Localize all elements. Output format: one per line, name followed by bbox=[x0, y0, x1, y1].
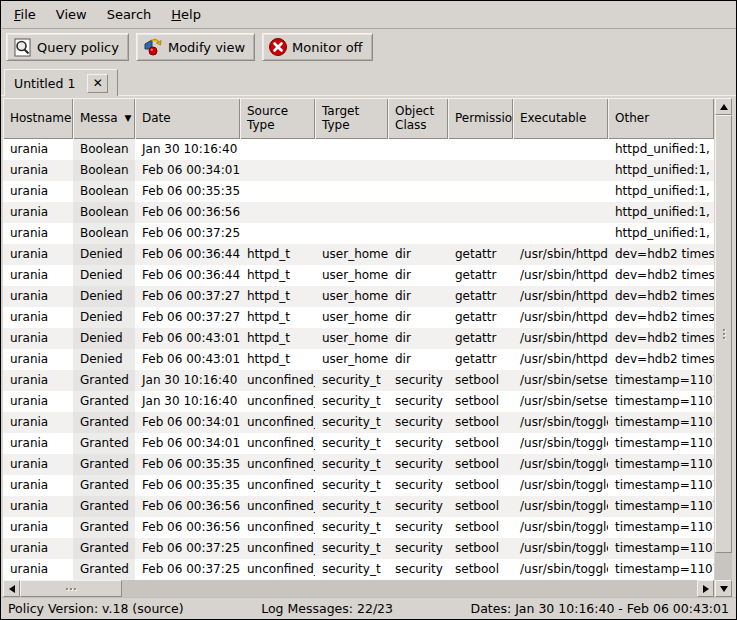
cell-target-type: security_t bbox=[315, 517, 388, 538]
cell-object-class: dir bbox=[388, 265, 448, 286]
toolbar: Query policy Modify view Mo bbox=[1, 29, 736, 65]
cell-message: Boolean bbox=[73, 181, 135, 202]
arrow-up-icon bbox=[720, 104, 728, 110]
table-row[interactable]: urania Granted Jan 30 10:16:40 unconfine… bbox=[3, 391, 714, 412]
horizontal-scrollbar-thumb[interactable] bbox=[20, 580, 122, 597]
tab-close-button[interactable]: ✕ bbox=[87, 74, 108, 93]
cell-message: Boolean bbox=[73, 160, 135, 181]
vertical-scrollbar-trough[interactable] bbox=[715, 553, 732, 580]
vertical-scrollbar-thumb[interactable] bbox=[715, 115, 732, 553]
cell-target-type: security_t bbox=[315, 496, 388, 517]
cell-message: Granted bbox=[73, 517, 135, 538]
cell-executable bbox=[513, 139, 608, 160]
table-row[interactable]: urania Denied Feb 06 00:36:44 httpd_t us… bbox=[3, 244, 714, 265]
cell-other: timestamp=11076 bbox=[608, 517, 714, 538]
cell-date: Feb 06 00:35:35 bbox=[135, 475, 240, 496]
cell-executable: /usr/sbin/toggle bbox=[513, 475, 608, 496]
modify-view-button[interactable]: Modify view bbox=[136, 33, 255, 61]
cell-target-type: user_home_ bbox=[315, 286, 388, 307]
cell-other: httpd_unified:1, h bbox=[608, 181, 714, 202]
table-row[interactable]: urania Denied Feb 06 00:37:27 httpd_t us… bbox=[3, 286, 714, 307]
table-row[interactable]: urania Granted Feb 06 00:36:56 unconfine… bbox=[3, 496, 714, 517]
menu-file[interactable]: File bbox=[4, 2, 46, 27]
cell-source-type bbox=[240, 181, 315, 202]
column-header-executable[interactable]: Executable bbox=[513, 98, 608, 139]
table-row[interactable]: urania Granted Feb 06 00:35:35 unconfine… bbox=[3, 454, 714, 475]
cell-message: Granted bbox=[73, 496, 135, 517]
cell-target-type: security_t bbox=[315, 370, 388, 391]
cell-executable bbox=[513, 181, 608, 202]
scroll-right-button[interactable] bbox=[697, 580, 714, 597]
horizontal-scrollbar-trough[interactable] bbox=[122, 580, 697, 597]
cell-hostname: urania bbox=[3, 223, 73, 244]
column-header-permission[interactable]: Permission bbox=[448, 98, 513, 139]
cell-target-type: security_t bbox=[315, 559, 388, 580]
table-row[interactable]: urania Denied Feb 06 00:43:01 httpd_t us… bbox=[3, 328, 714, 349]
cell-date: Feb 06 00:35:35 bbox=[135, 454, 240, 475]
cell-permission: setbool bbox=[448, 538, 513, 559]
table-row[interactable]: urania Granted Feb 06 00:35:35 unconfine… bbox=[3, 475, 714, 496]
table-row[interactable]: urania Boolean Feb 06 00:36:56 httpd_uni… bbox=[3, 202, 714, 223]
cell-other: timestamp=11076 bbox=[608, 538, 714, 559]
cell-date: Feb 06 00:36:44 bbox=[135, 244, 240, 265]
table-row[interactable]: urania Boolean Feb 06 00:34:01 httpd_uni… bbox=[3, 160, 714, 181]
table-row[interactable]: urania Boolean Feb 06 00:37:25 httpd_uni… bbox=[3, 223, 714, 244]
column-header-target-type[interactable]: Target Type bbox=[315, 98, 388, 139]
cell-hostname: urania bbox=[3, 139, 73, 160]
column-header-other[interactable]: Other bbox=[608, 98, 714, 139]
cell-other: httpd_unified:1, h bbox=[608, 139, 714, 160]
cell-other: dev=hdb2 timesta bbox=[608, 307, 714, 328]
table-row[interactable]: urania Boolean Jan 30 10:16:40 httpd_uni… bbox=[3, 139, 714, 160]
menu-view[interactable]: View bbox=[46, 2, 97, 27]
table-row[interactable]: urania Denied Feb 06 00:36:44 httpd_t us… bbox=[3, 265, 714, 286]
cell-source-type: httpd_t bbox=[240, 244, 315, 265]
cell-target-type bbox=[315, 223, 388, 244]
scroll-up-button[interactable] bbox=[715, 98, 732, 115]
column-header-hostname[interactable]: Hostname bbox=[3, 98, 73, 139]
table-row[interactable]: urania Granted Feb 06 00:36:56 unconfine… bbox=[3, 517, 714, 538]
table-row[interactable]: urania Granted Feb 06 00:34:01 unconfine… bbox=[3, 433, 714, 454]
column-header-message[interactable]: Messa▼ bbox=[73, 98, 135, 139]
tab-untitled-1[interactable]: Untitled 1 ✕ bbox=[4, 69, 118, 96]
cell-executable: /usr/sbin/httpd bbox=[513, 328, 608, 349]
table-row[interactable]: urania Denied Feb 06 00:37:27 httpd_t us… bbox=[3, 307, 714, 328]
cell-executable: /usr/sbin/toggle bbox=[513, 538, 608, 559]
cell-permission: getattr bbox=[448, 307, 513, 328]
column-header-date[interactable]: Date bbox=[135, 98, 240, 139]
table-row[interactable]: urania Boolean Feb 06 00:35:35 httpd_uni… bbox=[3, 181, 714, 202]
menubar: File View Search Help bbox=[1, 1, 736, 29]
table-header-row: Hostname Messa▼ Date Source Type Target … bbox=[3, 98, 714, 139]
cell-hostname: urania bbox=[3, 328, 73, 349]
cell-permission: getattr bbox=[448, 265, 513, 286]
menu-help[interactable]: Help bbox=[161, 2, 211, 27]
monitor-off-icon bbox=[268, 37, 288, 57]
table-row[interactable]: urania Denied Feb 06 00:43:01 httpd_t us… bbox=[3, 349, 714, 370]
column-header-object-class[interactable]: Object Class bbox=[388, 98, 448, 139]
cell-executable: /usr/sbin/toggle bbox=[513, 496, 608, 517]
cell-hostname: urania bbox=[3, 265, 73, 286]
cell-object-class: dir bbox=[388, 307, 448, 328]
monitor-off-button[interactable]: Monitor off bbox=[262, 33, 372, 61]
column-header-source-type[interactable]: Source Type bbox=[240, 98, 315, 139]
sort-desc-icon: ▼ bbox=[125, 113, 132, 123]
cell-permission bbox=[448, 160, 513, 181]
table-row[interactable]: urania Granted Feb 06 00:37:25 unconfine… bbox=[3, 559, 714, 580]
cell-object-class: security bbox=[388, 433, 448, 454]
query-policy-button[interactable]: Query policy bbox=[6, 33, 129, 61]
cell-message: Boolean bbox=[73, 223, 135, 244]
cell-other: timestamp=11071 bbox=[608, 370, 714, 391]
table-row[interactable]: urania Granted Jan 30 10:16:40 unconfine… bbox=[3, 370, 714, 391]
table-row[interactable]: urania Granted Feb 06 00:37:25 unconfine… bbox=[3, 538, 714, 559]
menu-search[interactable]: Search bbox=[97, 2, 162, 27]
scroll-left-button[interactable] bbox=[3, 580, 20, 597]
log-view: Hostname Messa▼ Date Source Type Target … bbox=[1, 96, 736, 597]
table-row[interactable]: urania Granted Feb 06 00:34:01 unconfine… bbox=[3, 412, 714, 433]
cell-target-type: security_t bbox=[315, 538, 388, 559]
cell-source-type: httpd_t bbox=[240, 328, 315, 349]
cell-message: Denied bbox=[73, 286, 135, 307]
cell-source-type: httpd_t bbox=[240, 265, 315, 286]
cell-message: Granted bbox=[73, 475, 135, 496]
cell-target-type: security_t bbox=[315, 454, 388, 475]
scroll-down-button[interactable] bbox=[715, 580, 732, 597]
modify-view-label: Modify view bbox=[168, 40, 245, 55]
